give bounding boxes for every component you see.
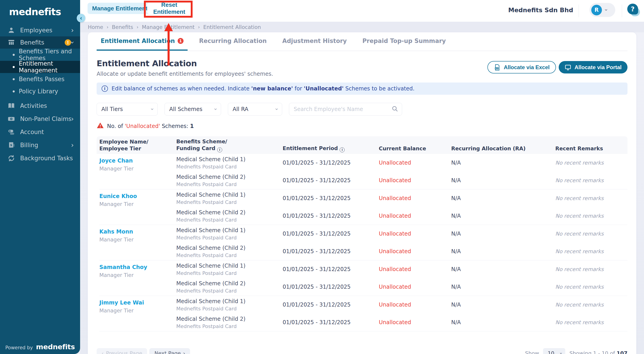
employee-name-link[interactable]: Samantha Choy xyxy=(99,264,176,270)
tab-prepaid-topup-summary[interactable]: Prepaid Top-up Summary xyxy=(358,32,450,51)
monitor-icon xyxy=(564,64,571,71)
entitlement-period: 01/01/2025 - 31/12/2025 xyxy=(283,195,379,201)
tab-entitlement-allocation[interactable]: Entitlement Allocation 1 xyxy=(96,32,188,51)
allocate-via-excel-button[interactable]: XLS Allocate via Excel xyxy=(488,61,556,73)
scheme-name: Medical Scheme (Child 2) xyxy=(176,316,283,322)
sidebar-collapse-button[interactable]: ‹ xyxy=(77,14,85,22)
entitlement-period: 01/01/2025 - 31/12/2025 xyxy=(283,284,379,290)
employee-cell: Eunice Khoo Manager Tier xyxy=(99,189,176,225)
ra-filter-select[interactable]: All RA › xyxy=(228,103,282,115)
employee-search xyxy=(289,103,402,115)
sidebar-item-benefits-tiers-and-schemes[interactable]: Benefits Tiers and Schemes xyxy=(0,49,80,61)
tab-adjustment-history[interactable]: Adjustment History xyxy=(278,32,351,51)
scheme-row: Medical Scheme (Child 2) Mednefits Postp… xyxy=(176,207,628,225)
table-body: Joyce Chan Manager Tier Medical Scheme (… xyxy=(96,154,628,332)
breadcrumb-home[interactable]: Home xyxy=(88,24,103,30)
info-icon: i xyxy=(102,85,108,92)
info-icon[interactable]: i xyxy=(217,147,222,152)
allocate-via-portal-button[interactable]: Allocate via Portal xyxy=(559,61,628,73)
employee-name-link[interactable]: Jimmy Lee Wai xyxy=(99,300,176,306)
mednefits-footer-logo: mednefits xyxy=(36,343,75,351)
help-button[interactable]: ? xyxy=(627,3,641,17)
table-row: Kahs Monn Manager Tier Medical Scheme (C… xyxy=(99,225,628,260)
recurring-allocation: N/A xyxy=(451,266,555,272)
entitlement-period: 01/01/2025 - 31/12/2025 xyxy=(283,160,379,166)
entitlement-period: 01/01/2025 - 31/12/2025 xyxy=(283,319,379,326)
entitlement-period: 01/01/2025 - 31/12/2025 xyxy=(283,213,379,219)
employee-name-link[interactable]: Kahs Monn xyxy=(99,229,176,235)
funding-card: Mednefits Postpaid Card xyxy=(176,253,283,258)
search-input[interactable] xyxy=(294,106,392,112)
table-row: Eunice Khoo Manager Tier Medical Scheme … xyxy=(99,189,628,225)
chevron-down-icon: › xyxy=(213,108,218,110)
recent-remarks: No recent remarks xyxy=(555,195,628,201)
current-balance: Unallocated xyxy=(379,177,451,184)
content-area: Entitlement Allocation 1 Recurring Alloc… xyxy=(80,32,644,354)
help-icon: ? xyxy=(627,3,638,14)
recurring-allocation: N/A xyxy=(451,160,555,166)
current-balance: Unallocated xyxy=(379,213,451,219)
previous-page-button[interactable]: ‹ Previous Page xyxy=(96,348,147,354)
sidebar-item-background-tasks[interactable]: Background Tasks xyxy=(0,152,80,165)
chevron-right-icon: › xyxy=(71,27,74,34)
col-employee-name: Employee Name/ xyxy=(99,138,176,145)
table-header: Employee Name/ Employee Tier Benefits Sc… xyxy=(96,136,628,154)
sidebar-item-benefits-passes[interactable]: Benefits Passes xyxy=(0,73,80,85)
person-icon xyxy=(8,26,15,34)
sidebar-item-benefits[interactable]: Benefits ! › xyxy=(0,36,80,49)
breadcrumb-manage-entitlement[interactable]: Manage Entitlement xyxy=(142,24,194,30)
table-row: Jimmy Lee Wai Manager Tier Medical Schem… xyxy=(99,296,628,332)
employee-name-link[interactable]: Joyce Chan xyxy=(99,158,176,164)
user-menu[interactable]: R › xyxy=(590,3,615,17)
chevron-down-icon: › xyxy=(69,41,76,44)
reset-entitlement-button[interactable]: Reset Entitlement xyxy=(147,3,192,14)
col-recurring-allocation: Recurring Allocation (RA) xyxy=(451,138,555,152)
bullet-icon xyxy=(13,78,15,80)
recent-remarks: No recent remarks xyxy=(555,266,628,272)
tiers-filter-select[interactable]: All Tiers › xyxy=(96,103,158,115)
sidebar-item-activities[interactable]: Activities xyxy=(0,99,80,112)
sidebar-item-account[interactable]: Account xyxy=(0,125,80,139)
chevron-right-icon: › xyxy=(106,24,108,30)
employee-name-link[interactable]: Eunice Khoo xyxy=(99,193,176,199)
sidebar-item-policy-library[interactable]: Policy Library xyxy=(0,85,80,97)
sidebar-item-employees[interactable]: Employees › xyxy=(0,24,80,36)
sidebar-item-billing[interactable]: $ Billing › xyxy=(0,139,80,152)
current-balance: Unallocated xyxy=(379,319,451,326)
current-balance: Unallocated xyxy=(379,284,451,290)
schemes-filter-select[interactable]: All Schemes › xyxy=(164,103,221,115)
page-size-select[interactable]: 10 › xyxy=(543,348,565,354)
info-icon[interactable]: i xyxy=(340,147,345,152)
unallocated-warning: No. of 'Unallocated' Schemes: 1 xyxy=(96,122,628,130)
recent-remarks: No recent remarks xyxy=(555,320,628,325)
sidebar-item-non-panel-claims[interactable]: Non-Panel Claims › xyxy=(0,112,80,125)
current-balance: Unallocated xyxy=(379,195,451,201)
recent-remarks: No recent remarks xyxy=(555,302,628,308)
chevron-down-icon: › xyxy=(603,9,610,11)
scheme-name: Medical Scheme (Child 2) xyxy=(176,280,283,287)
breadcrumb-benefits[interactable]: Benefits xyxy=(112,24,133,30)
cards-icon xyxy=(8,128,15,136)
current-balance: Unallocated xyxy=(379,160,451,166)
entitlement-period: 01/01/2025 - 31/12/2025 xyxy=(283,266,379,272)
employee-tier: Manager Tier xyxy=(99,308,176,314)
funding-card: Mednefits Postpaid Card xyxy=(176,324,283,329)
bullet-icon xyxy=(13,66,15,68)
benefits-columns-icon xyxy=(8,39,15,46)
next-page-button[interactable]: Next Page › xyxy=(149,348,190,354)
entitlement-period: 01/01/2025 - 31/12/2025 xyxy=(283,302,379,308)
sidebar-item-entitlement-management[interactable]: Entitlement Management xyxy=(0,61,80,73)
recent-remarks: No recent remarks xyxy=(555,177,628,183)
topbar: Manage Entitlement ! Reset Entitlement M… xyxy=(80,0,644,22)
tab-recurring-allocation[interactable]: Recurring Allocation xyxy=(195,32,271,51)
current-balance: Unallocated xyxy=(379,266,451,272)
claims-note-icon xyxy=(8,115,15,123)
employee-tier: Manager Tier xyxy=(99,272,176,278)
employee-cell: Jimmy Lee Wai Manager Tier xyxy=(99,296,176,331)
warning-triangle-icon xyxy=(96,122,104,130)
search-icon xyxy=(392,105,398,113)
chevron-down-icon: › xyxy=(274,108,280,110)
recurring-allocation: N/A xyxy=(451,213,555,219)
avatar: R xyxy=(591,5,602,15)
col-employee-tier: Employee Tier xyxy=(99,145,176,152)
